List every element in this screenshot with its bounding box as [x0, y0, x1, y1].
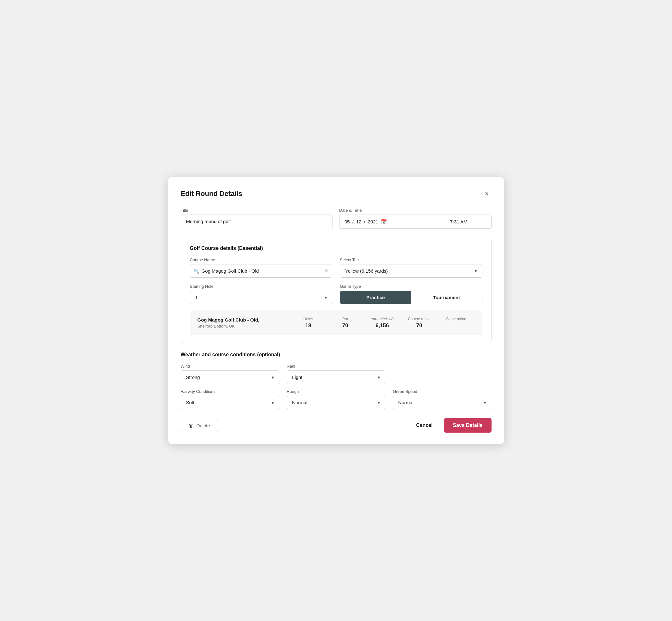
yards-label: Yards(Yellow): [364, 317, 401, 321]
game-type-toggle: Practice Tournament: [340, 291, 482, 304]
close-button[interactable]: ×: [482, 189, 492, 199]
top-row: Title Date & Time 05 / 12 / 2021 📅 7:31 …: [181, 208, 492, 229]
modal-footer: 🗑 Delete Cancel Save Details: [181, 418, 492, 432]
holes-value: 18: [290, 323, 327, 329]
green-speed-label: Green Speed: [393, 389, 491, 394]
starting-hole-wrapper: 1 ▼: [190, 291, 333, 304]
clear-icon[interactable]: ✕: [324, 268, 328, 274]
calendar-icon: 📅: [381, 219, 387, 225]
time-part[interactable]: 7:31 AM: [426, 215, 491, 229]
course-stat-course-rating: Course rating 70: [401, 317, 437, 329]
slope-rating-value: -: [437, 323, 474, 329]
game-type-label: Game Type: [340, 284, 482, 289]
course-rating-value: 70: [401, 323, 437, 329]
rough-wrapper: Short Normal Long ▼: [287, 396, 385, 409]
date-time-row: 05 / 12 / 2021 📅 7:31 AM: [339, 215, 492, 229]
trash-icon: 🗑: [189, 423, 194, 428]
date-sep2: /: [364, 219, 365, 224]
course-info-name: Gog Magog Golf Club - Old, Shelford Bott…: [198, 317, 290, 329]
course-info-location: Shelford Bottom, UK: [198, 324, 290, 329]
course-stat-par: Par 70: [327, 317, 364, 329]
course-name-input-wrapper: 🔍 ✕: [190, 264, 333, 278]
select-tee-col: Select Tee Yellow (6,156 yards) ▼: [340, 257, 482, 278]
rain-label: Rain: [287, 364, 385, 369]
wind-col: Wind Calm Light Moderate Strong ▼: [181, 364, 279, 384]
search-icon: 🔍: [194, 268, 199, 274]
hole-gametype-row: Starting Hole 1 ▼ Game Type Practice Tou…: [190, 284, 482, 304]
wind-label: Wind: [181, 364, 279, 369]
date-sep1: /: [352, 219, 354, 224]
starting-hole-col: Starting Hole 1 ▼: [190, 284, 333, 304]
rain-wrapper: None Light Moderate Heavy ▼: [287, 370, 385, 384]
golf-section-title: Golf Course details (Essential): [190, 246, 482, 251]
course-stat-yards: Yards(Yellow) 6,156: [364, 317, 401, 329]
edit-round-modal: Edit Round Details × Title Date & Time 0…: [168, 177, 504, 444]
wind-dropdown[interactable]: Calm Light Moderate Strong: [181, 370, 279, 384]
rough-label: Rough: [287, 389, 385, 394]
date-month: 05: [344, 219, 350, 224]
date-field-group: Date & Time 05 / 12 / 2021 📅 7:31 AM: [339, 208, 492, 229]
course-info-card: Gog Magog Golf Club - Old, Shelford Bott…: [190, 310, 482, 335]
wind-wrapper: Calm Light Moderate Strong ▼: [181, 370, 279, 384]
fairway-rough-green-row: Fairway Conditions Firm Normal Soft ▼ Ro…: [181, 389, 492, 409]
delete-button[interactable]: 🗑 Delete: [181, 419, 218, 432]
par-value: 70: [327, 323, 364, 329]
rough-dropdown[interactable]: Short Normal Long: [287, 396, 385, 409]
course-tee-row: Course Name 🔍 ✕ Select Tee Yellow (6,156…: [190, 257, 482, 278]
time-value: 7:31 AM: [450, 219, 467, 224]
delete-label: Delete: [197, 423, 210, 428]
practice-toggle-button[interactable]: Practice: [340, 291, 411, 304]
date-part[interactable]: 05 / 12 / 2021 📅: [339, 215, 426, 229]
course-name-label: Course Name: [190, 257, 333, 262]
rain-col: Rain None Light Moderate Heavy ▼: [287, 364, 385, 384]
course-name-col: Course Name 🔍 ✕: [190, 257, 333, 278]
save-button[interactable]: Save Details: [444, 418, 491, 432]
date-year: 2021: [368, 219, 378, 224]
weather-section: Weather and course conditions (optional)…: [181, 352, 492, 409]
course-rating-label: Course rating: [401, 317, 437, 321]
starting-hole-dropdown[interactable]: 1: [190, 291, 333, 304]
course-name-input[interactable]: [190, 264, 333, 278]
green-speed-dropdown[interactable]: Slow Normal Fast: [393, 396, 491, 409]
course-stat-slope-rating: Slope rating -: [437, 317, 474, 329]
select-tee-wrapper: Yellow (6,156 yards) ▼: [340, 264, 482, 278]
weather-title: Weather and course conditions (optional): [181, 352, 492, 358]
fairway-col: Fairway Conditions Firm Normal Soft ▼: [181, 389, 279, 409]
starting-hole-label: Starting Hole: [190, 284, 333, 289]
rough-col: Rough Short Normal Long ▼: [287, 389, 385, 409]
fairway-label: Fairway Conditions: [181, 389, 279, 394]
title-field-group: Title: [181, 208, 333, 228]
modal-title: Edit Round Details: [181, 190, 243, 198]
cancel-button[interactable]: Cancel: [411, 419, 437, 432]
golf-course-section: Golf Course details (Essential) Course N…: [181, 238, 492, 343]
title-input[interactable]: [181, 215, 333, 228]
course-info-name-text: Gog Magog Golf Club - Old,: [198, 317, 290, 323]
par-label: Par: [327, 317, 364, 321]
holes-label: Holes: [290, 317, 327, 321]
title-label: Title: [181, 208, 333, 213]
green-speed-wrapper: Slow Normal Fast ▼: [393, 396, 491, 409]
rain-dropdown[interactable]: None Light Moderate Heavy: [287, 370, 385, 384]
slope-rating-label: Slope rating: [437, 317, 474, 321]
date-day: 12: [356, 219, 362, 224]
date-time-label: Date & Time: [339, 208, 492, 213]
modal-header: Edit Round Details ×: [181, 189, 492, 199]
fairway-dropdown[interactable]: Firm Normal Soft: [181, 396, 279, 409]
wind-rain-row: Wind Calm Light Moderate Strong ▼ Rain N…: [181, 364, 492, 384]
fairway-wrapper: Firm Normal Soft ▼: [181, 396, 279, 409]
select-tee-label: Select Tee: [340, 257, 482, 262]
tournament-toggle-button[interactable]: Tournament: [411, 291, 482, 304]
yards-value: 6,156: [364, 323, 401, 329]
footer-right: Cancel Save Details: [411, 418, 492, 432]
select-tee-dropdown[interactable]: Yellow (6,156 yards): [340, 264, 482, 278]
game-type-col: Game Type Practice Tournament: [340, 284, 482, 304]
green-speed-col: Green Speed Slow Normal Fast ▼: [393, 389, 491, 409]
course-stat-holes: Holes 18: [290, 317, 327, 329]
